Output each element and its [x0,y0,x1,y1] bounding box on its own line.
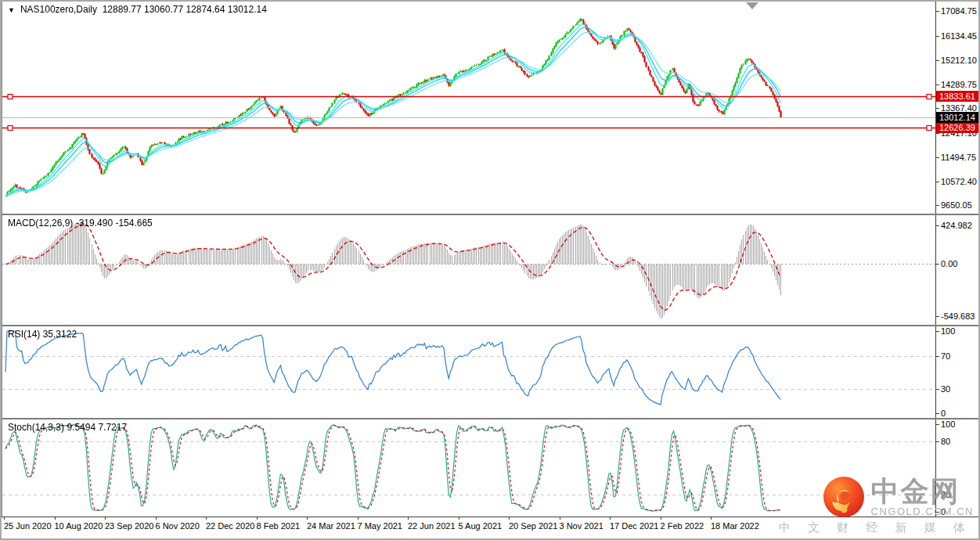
y-axis-tick [936,389,939,390]
y-axis-tick [936,424,939,425]
watermark-site: CNGOLD.COM.CN [871,506,974,517]
time-axis-tick [610,517,611,520]
hline-price-badge: 12626.39 [936,122,979,133]
time-axis-label: 22 Jun 2021 [408,521,456,531]
time-axis-label: 3 Nov 2021 [560,521,603,531]
rsi-chart-canvas[interactable] [2,326,935,418]
time-axis-label: 10 Aug 2020 [55,521,103,531]
time-axis-label: 18 Mar 2022 [711,521,759,531]
ohlc-values: 12889.77 13060.77 12874.64 13012.14 [103,4,267,15]
y-axis-tick [936,331,939,332]
price-panel: ▼NAS100zero,Daily 12889.77 13060.77 1287… [2,2,980,214]
price-y-axis: 17084.7516134.4515212.1014289.7513367.40… [935,2,980,214]
y-axis-tick [936,413,939,414]
price-plot: ▼NAS100zero,Daily 12889.77 13060.77 1287… [2,2,935,214]
y-axis-label: 0 [941,408,946,419]
macd-y-axis: 424.9820.00-549.683 [935,215,980,325]
y-axis-tick [936,36,939,37]
time-axis-tick [257,517,258,520]
rsi-y-axis: 10070300 [935,326,980,418]
y-axis-label: 80 [941,436,950,447]
y-axis-label: 17084.75 [941,5,977,16]
y-axis-tick [936,133,939,134]
symbol-label: NAS100zero,Daily [20,4,97,15]
rsi-plot: RSI(14) 35.3122 [2,326,935,418]
y-axis-label: 15212.10 [941,55,977,66]
time-axis-tick [711,517,712,520]
time-axis-tick [206,517,207,520]
y-axis-label: 9650.05 [941,200,972,211]
stoch-chart-canvas[interactable] [2,419,935,517]
time-axis-label: 24 Mar 2021 [307,521,355,531]
y-axis-tick [936,182,939,182]
y-axis-label: 100 [941,419,955,430]
time-axis-tick [661,517,661,520]
time-axis-tick [408,517,409,520]
mt4-chart-window: ▼NAS100zero,Daily 12889.77 13060.77 1287… [0,0,980,540]
time-axis-tick [105,517,106,520]
macd-chart-canvas[interactable] [2,215,935,325]
time-axis-label: 6 Nov 2020 [156,521,200,531]
rsi-label: RSI(14) 35.3122 [8,329,77,340]
y-axis-tick [936,157,939,158]
y-axis-label: 30 [941,383,950,394]
chart-title: ▼NAS100zero,Daily 12889.77 13060.77 1287… [8,4,267,15]
y-axis-label: 0.00 [941,258,957,269]
symbol-dropdown-arrow-icon[interactable]: ▼ [8,6,15,14]
hline-price-badge: 13833.61 [936,91,979,102]
y-axis-label: 14289.75 [941,79,977,90]
y-axis-tick [936,60,939,61]
y-axis-tick [936,108,939,109]
y-axis-label: 70 [941,351,950,362]
y-axis-label: 100 [941,326,955,337]
time-axis-tick [560,517,560,520]
y-axis-tick [936,441,939,442]
y-axis-tick [936,264,939,265]
time-axis-tick [509,517,510,520]
chart-shift-marker-icon[interactable] [746,2,758,9]
macd-plot: MACD(12,26,9) -319.490 -154.665 [2,215,935,325]
time-axis-label: 5 Aug 2021 [459,521,503,531]
price-chart-canvas[interactable] [2,2,935,214]
time-axis-tick [358,517,358,520]
time-axis-label: 22 Dec 2020 [206,521,254,531]
time-axis-label: 7 May 2021 [358,521,402,531]
y-axis-label: 16134.45 [941,31,977,41]
time-axis-label: 20 Sep 2021 [509,521,557,531]
current-price-badge: 13012.14 [936,112,979,123]
y-axis-label: 10572.40 [941,176,977,187]
y-axis-tick [936,356,939,357]
rsi-panel: RSI(14) 35.3122 10070300 [2,326,980,418]
watermark-brand: 中金网 [871,477,974,506]
y-axis-label: -549.683 [941,311,975,322]
y-axis-tick [936,11,939,12]
y-axis-tick [936,205,939,206]
time-axis-label: 25 Jun 2020 [4,521,52,531]
time-axis-tick [55,517,56,520]
time-axis-label: 23 Sep 2020 [105,521,153,531]
y-axis-tick [936,225,939,226]
y-axis-label: 424.982 [941,220,972,231]
y-axis-tick [936,316,939,317]
stoch-plot: Stoch(14,3,3) 9.5494 7.7217 [2,419,935,517]
time-axis-label: 17 Dec 2021 [610,521,658,531]
time-axis-tick [459,517,459,520]
time-axis-tick [4,517,5,520]
y-axis-tick [936,85,939,85]
stoch-label: Stoch(14,3,3) 9.5494 7.7217 [8,422,127,433]
macd-label: MACD(12,26,9) -319.490 -154.665 [8,218,153,229]
watermark-tagline: 中 文 财 经 新 媒 体 [779,520,972,535]
time-axis-tick [307,517,308,520]
time-axis-label: 8 Feb 2021 [257,521,301,531]
time-axis-tick [156,517,157,520]
time-axis-label: 2 Feb 2022 [661,521,704,531]
y-axis-label: 11494.75 [941,152,976,163]
macd-panel: MACD(12,26,9) -319.490 -154.665 424.9820… [2,215,980,325]
cngold-logo-icon [823,476,865,518]
cngold-watermark: 中金网 CNGOLD.COM.CN [823,476,974,518]
